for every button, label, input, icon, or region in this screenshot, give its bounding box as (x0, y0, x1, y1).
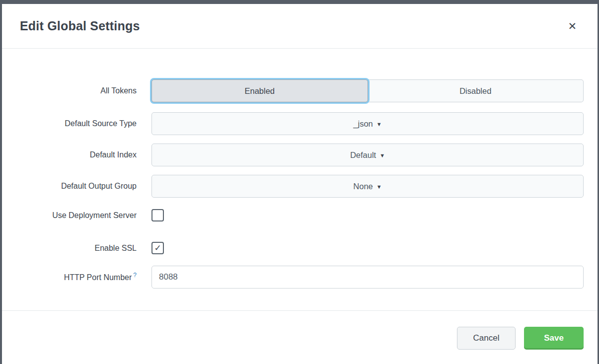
default-source-type-value: _json (353, 119, 373, 129)
default-index-label: Default Index (2, 150, 151, 159)
use-deployment-server-label: Use Deployment Server (2, 211, 151, 220)
edit-global-settings-dialog: Edit Global Settings ✕ All Tokens Enable… (2, 4, 598, 364)
enable-ssl-label: Enable SSL (2, 243, 151, 253)
help-icon[interactable]: ? (133, 272, 137, 279)
http-port-input[interactable] (151, 266, 584, 289)
save-button[interactable]: Save (524, 327, 584, 350)
default-output-group-label: Default Output Group (2, 181, 151, 191)
default-index-row: Default Index Default ▼ (2, 144, 584, 166)
chevron-down-icon: ▼ (376, 120, 382, 127)
all-tokens-label: All Tokens (2, 86, 151, 95)
default-index-dropdown[interactable]: Default ▼ (151, 144, 584, 166)
default-output-group-dropdown[interactable]: None ▼ (151, 175, 584, 198)
all-tokens-row: All Tokens Enabled Disabled (2, 79, 584, 102)
default-index-value: Default (350, 150, 376, 160)
http-port-label: HTTP Port Number? (2, 272, 151, 283)
dialog-title: Edit Global Settings (20, 19, 140, 33)
all-tokens-enabled-button[interactable]: Enabled (151, 79, 368, 102)
close-icon[interactable]: ✕ (568, 21, 577, 31)
default-output-group-row: Default Output Group None ▼ (2, 175, 584, 198)
default-output-group-value: None (353, 182, 373, 191)
cancel-button[interactable]: Cancel (457, 327, 516, 350)
default-source-type-dropdown[interactable]: _json ▼ (151, 112, 584, 135)
enable-ssl-checkbox[interactable]: ✓ (151, 242, 164, 254)
default-source-type-label: Default Source Type (2, 119, 151, 128)
all-tokens-disabled-button[interactable]: Disabled (368, 79, 584, 102)
chevron-down-icon: ▼ (376, 183, 382, 190)
default-source-type-row: Default Source Type _json ▼ (2, 112, 584, 135)
all-tokens-toggle: Enabled Disabled (151, 79, 584, 102)
http-port-row: HTTP Port Number? (2, 266, 584, 289)
dialog-footer: Cancel Save (2, 310, 598, 350)
chevron-down-icon: ▼ (379, 151, 385, 158)
use-deployment-server-row: Use Deployment Server (2, 209, 584, 221)
dialog-header: Edit Global Settings ✕ (2, 4, 598, 49)
use-deployment-server-checkbox[interactable] (151, 209, 164, 221)
checkmark-icon: ✓ (154, 244, 161, 252)
settings-form: All Tokens Enabled Disabled Default Sour… (2, 49, 598, 289)
enable-ssl-row: Enable SSL ✓ (2, 242, 584, 254)
